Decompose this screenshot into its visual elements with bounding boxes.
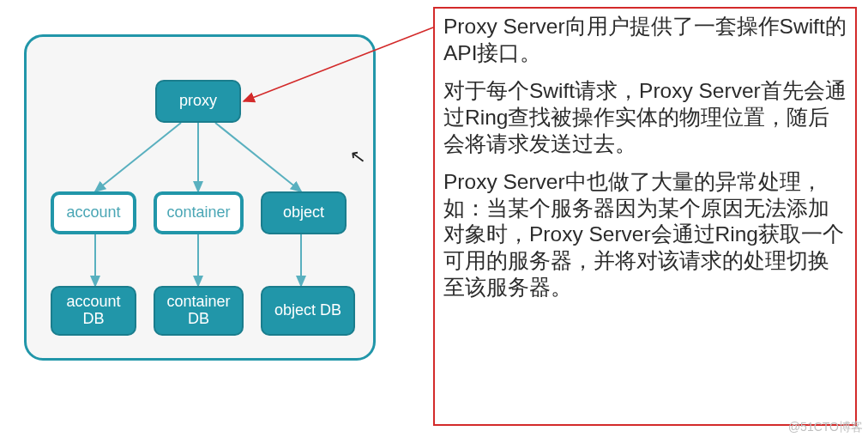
- svg-line-2: [215, 123, 301, 191]
- svg-line-0: [95, 123, 181, 191]
- desc-paragraph-2: 对于每个Swift请求，Proxy Server首先会通过Ring查找被操作实体…: [443, 78, 847, 157]
- node-object-db: object DB: [261, 286, 355, 336]
- desc-paragraph-3: Proxy Server中也做了大量的异常处理，如：当某个服务器因为某个原因无法…: [443, 169, 847, 300]
- cursor-icon: ↖: [348, 145, 366, 169]
- description-panel: Proxy Server向用户提供了一套操作Swift的API接口。 对于每个S…: [433, 7, 857, 426]
- node-object: object: [261, 191, 347, 234]
- watermark: @51CTO博客: [788, 420, 863, 435]
- node-account-db: account DB: [51, 286, 136, 336]
- node-container-db: container DB: [154, 286, 244, 336]
- architecture-diagram: proxy account container object account D…: [24, 34, 376, 361]
- node-proxy: proxy: [155, 80, 241, 123]
- desc-paragraph-1: Proxy Server向用户提供了一套操作Swift的API接口。: [443, 14, 847, 66]
- node-container: container: [154, 191, 244, 234]
- node-account: account: [51, 191, 136, 234]
